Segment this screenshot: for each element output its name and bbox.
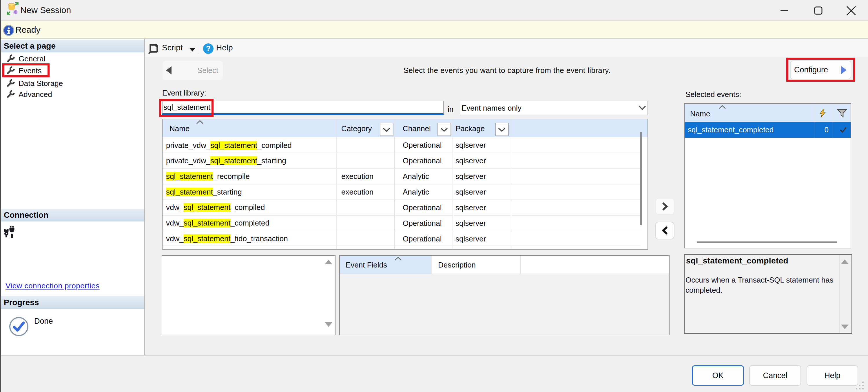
- svg-text:?: ?: [206, 44, 211, 53]
